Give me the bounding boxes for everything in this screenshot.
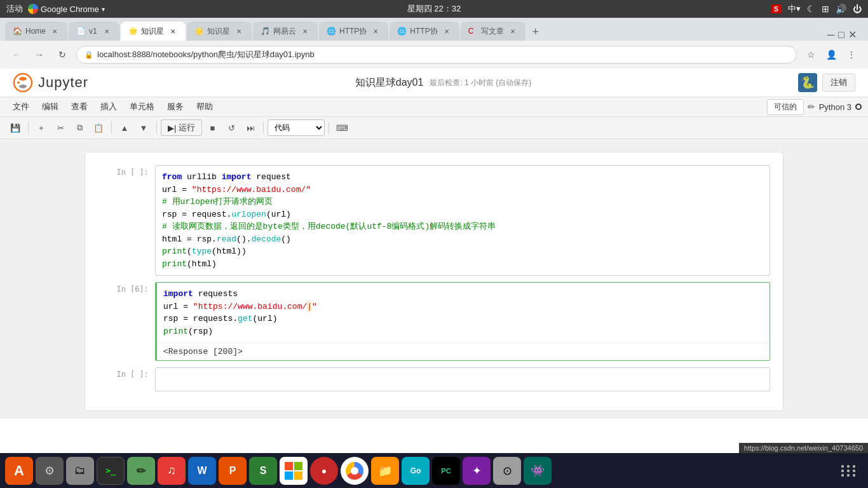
taskbar-goland[interactable]: Go: [402, 457, 430, 485]
tab-http1-close[interactable]: ✕: [370, 26, 381, 36]
taskbar-gray-app[interactable]: ⊙: [493, 457, 521, 485]
show-apps-button[interactable]: [835, 457, 863, 485]
taskbar-folder-amber[interactable]: 📁: [371, 457, 399, 485]
tab-zhishi-favicon: 🌟: [128, 27, 137, 36]
trusted-button[interactable]: 可信的: [767, 99, 804, 115]
maximize-button[interactable]: □: [838, 29, 844, 41]
chrome-label: Google Chrome: [41, 4, 99, 14]
sogou-icon: S: [771, 4, 782, 13]
tab-home-close[interactable]: ✕: [50, 26, 60, 36]
cell-2-input[interactable]: import requests url = "https://www.baidu…: [157, 283, 770, 342]
taskbar-wps-ppt[interactable]: P: [219, 457, 247, 485]
close-button[interactable]: ✕: [848, 29, 857, 41]
restart-button[interactable]: ↺: [222, 119, 240, 136]
toolbar: 💾 + ✂ ⧉ 📋 ▲ ▼ ▶| 运行 ■ ↺ ⏭ 代码 Markdown Ra…: [0, 117, 868, 139]
move-up-button[interactable]: ▲: [116, 119, 133, 136]
taskbar-files[interactable]: 🗂: [66, 457, 94, 485]
tab-http2-close[interactable]: ✕: [442, 26, 452, 36]
menu-right: 可信的 ✏ Python 3: [767, 99, 862, 115]
kernel-name: Python 3: [819, 102, 851, 112]
activities-label[interactable]: 活动: [6, 3, 23, 15]
network-icon[interactable]: ⊞: [822, 4, 829, 14]
restart-run-button[interactable]: ⏭: [241, 119, 259, 136]
tab-zhishi2-favicon: 🌟: [194, 27, 203, 36]
tab-v1[interactable]: 📄 v1 ✕: [69, 22, 119, 41]
menu-view[interactable]: 查看: [65, 98, 94, 115]
cell-2-content[interactable]: import requests url = "https://www.baidu…: [155, 282, 770, 361]
move-down-button[interactable]: ▼: [135, 119, 153, 136]
run-button[interactable]: ▶| 运行: [161, 119, 202, 136]
taskbar-wps-writer[interactable]: W: [188, 457, 216, 485]
svg-point-0: [14, 74, 32, 92]
taskbar-music-red[interactable]: ●: [310, 457, 338, 485]
cell-1-content[interactable]: from urllib import request url = "https:…: [155, 165, 770, 276]
new-tab-button[interactable]: +: [527, 23, 545, 41]
cell-3-content[interactable]: [155, 367, 770, 391]
taskbar-terminal[interactable]: >_: [97, 457, 125, 485]
taskbar-teal-app[interactable]: 👾: [524, 457, 552, 485]
tab-http1-favicon: 🌐: [327, 27, 336, 36]
menu-kernel[interactable]: 服务: [161, 98, 190, 115]
taskbar-wps-sheets[interactable]: S: [249, 457, 277, 485]
tab-home[interactable]: 🏠 Home ✕: [5, 22, 67, 41]
tab-write-close[interactable]: ✕: [508, 26, 518, 36]
bookmark-button[interactable]: ☆: [802, 46, 820, 64]
taskbar-chrome[interactable]: [341, 457, 369, 485]
menu-help[interactable]: 帮助: [190, 98, 219, 115]
keyboard-shortcut-button[interactable]: ⌨: [333, 119, 351, 136]
paste-cell-button[interactable]: 📋: [90, 119, 107, 136]
tab-wangyiyun[interactable]: 🎵 网易云 ✕: [253, 22, 318, 41]
taskbar-purple-app[interactable]: ✦: [463, 457, 491, 485]
forward-button[interactable]: →: [31, 46, 48, 64]
menu-insert[interactable]: 插入: [94, 98, 123, 115]
tab-zhishi[interactable]: 🌟 知识星 ✕: [121, 22, 186, 41]
refresh-button[interactable]: ↻: [53, 46, 71, 64]
minimize-button[interactable]: ─: [827, 29, 834, 41]
cell-1-input[interactable]: from urllib import request url = "https:…: [156, 166, 770, 275]
cell-type-select[interactable]: 代码 Markdown Raw: [268, 119, 325, 136]
tab-home-favicon: 🏠: [13, 27, 22, 36]
tab-wangyiyun-close[interactable]: ✕: [300, 26, 310, 36]
account-button[interactable]: 👤: [822, 46, 840, 64]
input-method[interactable]: 中▾: [788, 3, 801, 15]
taskbar-software-center[interactable]: A: [5, 457, 33, 485]
status-url-bar: https://blog.csdn.net/weixin_40734650: [739, 443, 868, 453]
tab-zhishi2-close[interactable]: ✕: [234, 26, 244, 36]
menu-edit[interactable]: 编辑: [36, 98, 65, 115]
logout-button[interactable]: 注销: [822, 74, 855, 92]
toolbar-sep-5: [329, 121, 329, 134]
tab-zhishi2[interactable]: 🌟 知识星 ✕: [187, 22, 252, 41]
tab-bar: 🏠 Home ✕ 📄 v1 ✕ 🌟 知识星 ✕ 🌟 知识星 ✕ 🎵 网易云 ✕ …: [0, 18, 868, 41]
menu-file[interactable]: 文件: [6, 98, 36, 115]
taskbar-ms-tiles[interactable]: [280, 457, 308, 485]
notebook-area: In [ ]: from urllib import request url =…: [0, 139, 868, 419]
night-mode-icon[interactable]: ☾: [807, 4, 815, 14]
tab-v1-favicon: 📄: [76, 27, 85, 36]
tab-zhishi2-title: 知识星: [207, 26, 230, 37]
taskbar-settings[interactable]: ⚙: [36, 457, 64, 485]
tab-http2[interactable]: 🌐 HTTP协 ✕: [390, 22, 459, 41]
tab-write[interactable]: C 写文章 ✕: [461, 22, 526, 41]
power-icon[interactable]: ⏻: [853, 4, 862, 14]
taskbar-text-editor[interactable]: ✏: [127, 457, 155, 485]
save-button[interactable]: 💾: [6, 119, 24, 136]
tab-zhishi-close[interactable]: ✕: [168, 26, 178, 36]
tab-http1[interactable]: 🌐 HTTP协 ✕: [319, 22, 388, 41]
cell-3-input[interactable]: [156, 368, 770, 391]
notebook-name[interactable]: 知识星球day01: [355, 76, 424, 90]
taskbar-pycharm[interactable]: PC: [432, 457, 460, 485]
url-bar[interactable]: 🔒 localhost:8888/notebooks/python爬虫/知识星球…: [76, 46, 797, 64]
toolbar-sep-1: [28, 121, 29, 134]
chrome-app-indicator[interactable]: Google Chrome ▾: [28, 4, 105, 14]
volume-icon[interactable]: 🔊: [836, 4, 846, 14]
taskbar-netease[interactable]: ♫: [158, 457, 186, 485]
back-button[interactable]: ←: [8, 46, 25, 64]
menu-button[interactable]: ⋮: [843, 46, 860, 64]
cut-cell-button[interactable]: ✂: [51, 119, 69, 136]
menu-cell[interactable]: 单元格: [123, 98, 161, 115]
tab-v1-close[interactable]: ✕: [102, 26, 112, 36]
add-cell-button[interactable]: +: [32, 119, 50, 136]
interrupt-button[interactable]: ■: [203, 119, 221, 136]
edit-icon[interactable]: ✏: [808, 102, 815, 112]
copy-cell-button[interactable]: ⧉: [71, 119, 88, 136]
